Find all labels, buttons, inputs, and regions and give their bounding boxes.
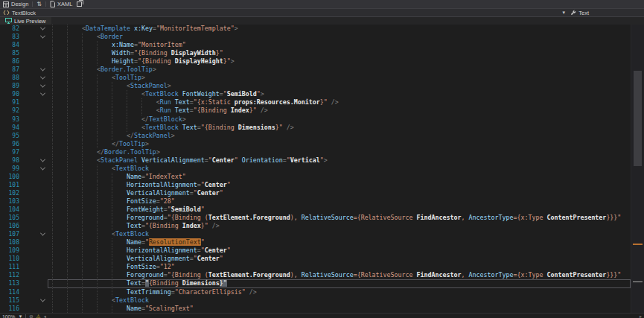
- line-number[interactable]: 90: [0, 90, 21, 98]
- code-line[interactable]: 108Name="ResolutionText": [0, 238, 631, 247]
- code-line-text[interactable]: <DataTemplate x:Key="MonitorItemTemplate…: [48, 25, 631, 33]
- line-number[interactable]: 105: [0, 214, 21, 222]
- breakpoint-margin[interactable]: [21, 271, 37, 279]
- code-line-text[interactable]: <TextBlock: [48, 296, 631, 305]
- chevron-down-icon[interactable]: ▼: [561, 10, 566, 15]
- breakpoint-margin[interactable]: [21, 57, 37, 66]
- line-number[interactable]: 85: [0, 49, 21, 57]
- fold-chevron-icon[interactable]: [37, 296, 48, 305]
- breakpoint-margin[interactable]: [21, 90, 37, 98]
- code-line[interactable]: 113Text="{Binding Dimensions}": [0, 279, 631, 287]
- line-number[interactable]: 103: [0, 197, 21, 206]
- scroll-right-icon[interactable]: ▸: [640, 314, 642, 318]
- code-line-text[interactable]: </TextBlock>: [48, 115, 631, 124]
- breakpoint-margin[interactable]: [21, 255, 37, 263]
- design-tab[interactable]: Design: [3, 1, 28, 7]
- code-line[interactable]: 86Height="{Binding DisplayHeight}">: [0, 57, 631, 66]
- line-number[interactable]: 87: [0, 66, 21, 74]
- breakpoint-margin[interactable]: [21, 206, 37, 214]
- line-number[interactable]: 115: [0, 296, 21, 305]
- code-line[interactable]: 93</TextBlock>: [0, 115, 631, 124]
- code-line[interactable]: 98<StackPanel VerticalAlignment="Center"…: [0, 156, 631, 165]
- code-line[interactable]: 84x:Name="MonitorItem": [0, 41, 631, 49]
- code-line-text[interactable]: <TextBlock: [48, 165, 631, 173]
- fold-chevron-icon[interactable]: [37, 156, 48, 165]
- line-number[interactable]: 100: [0, 173, 21, 181]
- breakpoint-margin[interactable]: [21, 98, 37, 106]
- code-line[interactable]: 107<TextBlock: [0, 230, 631, 238]
- code-line-text[interactable]: FontSize="12": [48, 263, 631, 271]
- code-line-text[interactable]: Foreground="{Binding (TextElement.Foregr…: [48, 214, 631, 222]
- zoom-control[interactable]: 100%: [2, 314, 15, 318]
- code-line[interactable]: 92<Run Text="{Binding Index}" />: [0, 106, 631, 115]
- code-line-text[interactable]: <TextBlock: [48, 230, 631, 238]
- scrollbar-thumb[interactable]: [634, 71, 642, 166]
- line-number[interactable]: 86: [0, 57, 21, 66]
- code-line[interactable]: 109HorizontalAlignment="Center": [0, 247, 631, 255]
- breakpoint-margin[interactable]: [21, 197, 37, 206]
- code-line[interactable]: 106Text="{Binding Index}" />: [0, 222, 631, 230]
- breakpoint-margin[interactable]: [21, 247, 37, 255]
- code-line[interactable]: 91<Run Text="{x:Static props:Resources.M…: [0, 98, 631, 106]
- breakpoint-margin[interactable]: [21, 214, 37, 222]
- line-number[interactable]: 84: [0, 41, 21, 49]
- breakpoint-margin[interactable]: [21, 41, 37, 49]
- line-number[interactable]: 94: [0, 124, 21, 132]
- code-line-text[interactable]: <ToolTip>: [48, 74, 631, 82]
- code-line-text[interactable]: Name="ScalingText": [48, 305, 631, 313]
- line-number[interactable]: 108: [0, 238, 21, 247]
- code-line[interactable]: 102VerticalAlignment="Center": [0, 189, 631, 197]
- code-line-text[interactable]: TextTrimming="CharacterEllipsis" />: [48, 288, 631, 296]
- fold-chevron-icon[interactable]: [37, 25, 48, 33]
- breakpoint-margin[interactable]: [21, 238, 37, 247]
- zoom-chevron-icon[interactable]: ▼: [18, 314, 22, 318]
- breakpoint-margin[interactable]: [21, 82, 37, 90]
- code-line[interactable]: 83<Border: [0, 33, 631, 41]
- line-number[interactable]: 89: [0, 82, 21, 90]
- line-number[interactable]: 102: [0, 189, 21, 197]
- code-line[interactable]: 100Name="IndexText": [0, 173, 631, 181]
- fold-chevron-icon[interactable]: [37, 66, 48, 74]
- breakpoint-margin[interactable]: [21, 66, 37, 74]
- line-number[interactable]: 97: [0, 148, 21, 156]
- line-number[interactable]: 104: [0, 206, 21, 214]
- code-line-text[interactable]: FontWeight="SemiBold": [48, 206, 631, 214]
- line-number[interactable]: 109: [0, 247, 21, 255]
- code-line-text[interactable]: HorizontalAlignment="Center": [48, 247, 631, 255]
- breakpoint-margin[interactable]: [21, 156, 37, 165]
- code-line[interactable]: 103FontSize="28": [0, 197, 631, 206]
- code-line-text[interactable]: Name="ResolutionText": [48, 238, 631, 247]
- line-number[interactable]: 110: [0, 255, 21, 263]
- line-number[interactable]: 96: [0, 140, 21, 148]
- line-number[interactable]: 99: [0, 165, 21, 173]
- breakpoint-margin[interactable]: [21, 33, 37, 41]
- line-number[interactable]: 107: [0, 230, 21, 238]
- fold-chevron-icon[interactable]: [37, 165, 48, 173]
- line-number[interactable]: 112: [0, 271, 21, 279]
- line-number[interactable]: 98: [0, 156, 21, 165]
- line-number[interactable]: 101: [0, 181, 21, 189]
- line-number[interactable]: 83: [0, 33, 21, 41]
- scroll-left-icon[interactable]: ◂: [44, 314, 46, 318]
- breakpoint-margin[interactable]: [21, 148, 37, 156]
- line-number[interactable]: 91: [0, 98, 21, 106]
- fold-chevron-icon[interactable]: [37, 74, 48, 82]
- code-line[interactable]: 89<StackPanel>: [0, 82, 631, 90]
- code-line-text[interactable]: VerticalAlignment="Center": [48, 189, 631, 197]
- line-number[interactable]: 113: [0, 279, 21, 287]
- code-line-text[interactable]: <Border: [48, 33, 631, 41]
- breakpoint-margin[interactable]: [21, 49, 37, 57]
- code-line-text[interactable]: <Run Text="{x:Static props:Resources.Mon…: [48, 98, 631, 106]
- code-line-text[interactable]: </StackPanel>: [48, 132, 631, 140]
- code-line-text[interactable]: VerticalAlignment="Center": [48, 255, 631, 263]
- breakpoint-margin[interactable]: [21, 165, 37, 173]
- code-line-text[interactable]: <Run Text="{Binding Index}" />: [48, 106, 631, 115]
- line-number[interactable]: 93: [0, 115, 21, 124]
- breakpoint-margin[interactable]: [21, 140, 37, 148]
- line-number[interactable]: 95: [0, 132, 21, 140]
- code-line[interactable]: 110VerticalAlignment="Center": [0, 255, 631, 263]
- code-line[interactable]: 90<TextBlock FontWeight="SemiBold">: [0, 90, 631, 98]
- fold-chevron-icon[interactable]: [37, 230, 48, 238]
- breakpoint-margin[interactable]: [21, 279, 37, 287]
- code-line-text[interactable]: HorizontalAlignment="Center": [48, 181, 631, 189]
